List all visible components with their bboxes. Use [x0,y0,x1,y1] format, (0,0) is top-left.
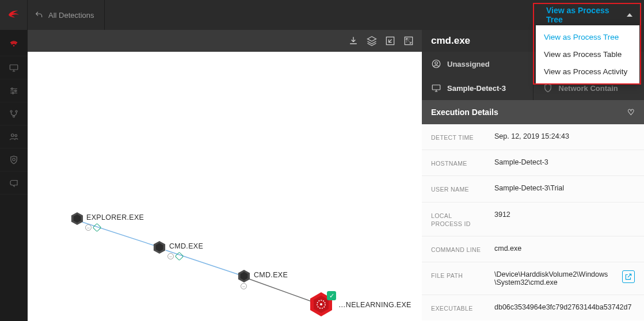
node-controls-cmd2[interactable]: − [241,283,247,289]
svg-point-9 [15,134,17,136]
svg-rect-29 [432,85,440,90]
field-value: Sep. 12, 2019 15:24:43 [494,132,635,140]
process-node-cmd1[interactable] [153,240,166,254]
assigned-cell[interactable]: Unassigned [422,52,533,76]
download-icon [348,35,359,47]
process-node-cmd2[interactable] [238,269,250,283]
svg-point-25 [320,303,322,305]
field-value: 3912 [494,211,635,219]
field-key: DETECT TIME [431,132,483,142]
svg-point-2 [12,87,13,89]
field-value: cmd.exe [494,244,635,253]
field-detect-time: DETECT TIME Sep. 12, 2019 15:24:43 [422,124,644,150]
rail-monitor[interactable] [0,56,28,79]
assigned-label: Unassigned [447,60,490,68]
field-key: USER NAME [431,184,483,193]
shield-loop-icon [9,155,19,165]
brand-logo [0,0,28,30]
undo-arrow-icon [35,10,44,20]
process-label: CMD.EXE [169,242,203,250]
process-label: …NELEARNING.EXE [338,301,411,309]
process-label: CMD.EXE [254,271,288,279]
field-value: Sample-Detect-3 [494,158,635,166]
execution-details-header[interactable]: Execution Details ♡ [422,100,644,124]
field-value: Sample-Detect-3\Trial [494,184,635,192]
canvas-layers[interactable] [365,35,378,47]
svg-point-4 [12,92,14,94]
process-tree-canvas[interactable]: EXPLORER.EXE − CMD.EXE − CMD.EXE − ✓ …NE… [28,52,422,321]
host-cell[interactable]: Sample-Detect-3 [422,76,533,100]
section-title-label: Execution Details [431,108,498,117]
svg-point-8 [12,133,14,136]
signal-icon [9,40,19,50]
left-rail [0,30,28,321]
node-controls-explorer[interactable]: − [85,224,100,231]
field-value: \Device\HarddiskVolume2\Windows\System32… [494,270,611,286]
sliders-icon [9,86,19,96]
heart-outline-icon[interactable]: ♡ [627,108,635,117]
execution-details-body: DETECT TIME Sep. 12, 2019 15:24:43 HOSTN… [422,124,644,320]
rail-users[interactable] [0,125,28,148]
field-key: LOCAL PROCESS ID [431,211,483,228]
view-as-dropdown: View as Process Tree View as Process Tab… [536,25,639,85]
field-key: HOSTNAME [431,158,483,167]
check-badge-icon: ✓ [327,291,336,300]
users-icon [9,132,19,142]
view-option-process-tree[interactable]: View as Process Tree [536,29,639,46]
rail-sliders[interactable] [0,79,28,102]
collapse-icon[interactable]: − [241,283,247,289]
field-cmdline: COMMAND LINE cmd.exe [422,236,644,262]
rail-message[interactable] [0,171,28,194]
field-username: USER NAME Sample-Detect-3\Trial [422,176,644,202]
collapse-icon[interactable]: − [85,224,92,231]
svg-point-7 [13,116,15,117]
gear-icon[interactable] [94,224,100,231]
caret-up-icon [627,13,632,17]
field-value: db06c3534964e3fc79d2763144ba53742d7 [494,303,635,311]
field-key: COMMAND LINE [431,244,483,254]
process-tree-canvas-area: EXPLORER.EXE − CMD.EXE − CMD.EXE − ✓ …NE… [28,30,422,321]
svg-point-10 [13,158,16,161]
svg-point-0 [13,45,14,46]
gear-icon[interactable] [176,253,182,259]
rail-signal[interactable] [0,33,28,56]
view-option-process-activity[interactable]: View as Process Activity [536,63,639,81]
canvas-download[interactable] [347,35,360,47]
host-label: Sample-Detect-3 [447,84,506,93]
rail-shield[interactable] [0,148,28,171]
canvas-toolbar [28,30,422,52]
branch-icon [9,109,19,119]
field-hostname: HOSTNAME Sample-Detect-3 [422,150,644,176]
rail-branch[interactable] [0,102,28,125]
process-node-explorer[interactable] [71,212,83,226]
view-trigger-label: View as Process Tree [546,6,622,24]
field-executable: EXECUTABLE db06c3534964e3fc79d2763144ba5… [422,295,644,320]
monitor-icon [9,63,19,73]
expand-diag-icon [384,35,396,47]
collapse-icon[interactable]: − [167,253,174,259]
field-key: EXECUTABLE [431,303,483,312]
message-icon [9,178,19,188]
node-controls-cmd1[interactable]: − [167,253,182,259]
canvas-expand-diag[interactable] [384,35,397,47]
shield-icon [543,83,553,93]
open-external-button[interactable] [622,270,635,283]
back-all-detections[interactable]: All Detections [28,0,105,30]
field-filepath: FILE PATH \Device\HarddiskVolume2\Window… [422,262,644,295]
view-option-process-table[interactable]: View as Process Table [536,46,639,63]
canvas-expand-full[interactable] [402,35,415,47]
field-key: FILE PATH [431,270,483,280]
expand-full-icon [403,35,414,47]
monitor-icon [431,83,441,93]
open-external-icon [624,273,632,281]
user-circle-icon [431,59,441,69]
network-contain-label: Network Contain [559,84,618,93]
svg-point-26 [432,60,440,68]
svg-rect-1 [10,64,18,69]
svg-point-3 [15,90,17,91]
svg-point-5 [10,110,12,112]
svg-point-27 [435,62,438,64]
field-pid: LOCAL PROCESS ID 3912 [422,202,644,236]
layers-icon [366,35,378,47]
back-label: All Detections [48,11,94,20]
